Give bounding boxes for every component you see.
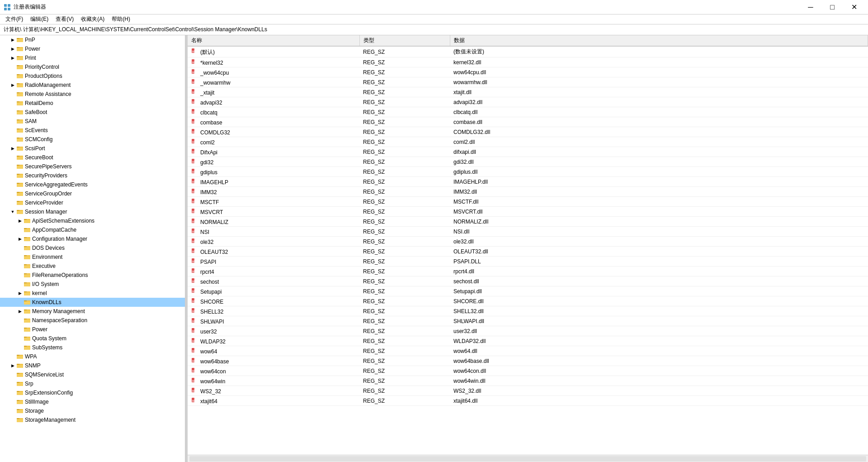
tree-item-executive[interactable]: Executive <box>0 262 185 271</box>
table-row[interactable]: abNORMALIZREG_SZNORMALIZ.dll <box>188 217 868 227</box>
tree-item-srp[interactable]: Srp <box>0 379 185 388</box>
tree-item-security-providers[interactable]: SecurityProviders <box>0 171 185 180</box>
tree-item-retail-demo[interactable]: RetailDemo <box>0 99 185 108</box>
table-row[interactable]: abSetupapiREG_SZSetupapi.dll <box>188 286 868 296</box>
table-row[interactable]: abIMAGEHLPREG_SZIMAGEHLP.dll <box>188 177 868 187</box>
table-row[interactable]: ab_wow64cpuREG_SZwow64cpu.dll <box>188 67 868 77</box>
tree-item-pnp[interactable]: PnP <box>0 35 185 44</box>
tree-item-service-group-order[interactable]: ServiceGroupOrder <box>0 189 185 198</box>
tree-panel[interactable]: PnP Power Print PriorityControl ProductO… <box>0 35 185 462</box>
expand-icon-kernel[interactable] <box>16 290 24 297</box>
tree-item-config-manager[interactable]: Configuration Manager <box>0 234 185 243</box>
table-row[interactable]: ab_wowarmhwREG_SZwowarmhw.dll <box>188 77 868 87</box>
table-row[interactable]: abIMM32REG_SZIMM32.dll <box>188 187 868 197</box>
tree-item-product-options[interactable]: ProductOptions <box>0 71 185 81</box>
tree-item-srp-extension-config[interactable]: SrpExtensionConfig <box>0 388 185 397</box>
expand-icon-power-top[interactable] <box>9 45 16 52</box>
expand-icon-memory-management[interactable] <box>16 308 24 315</box>
tree-item-power-top[interactable]: Power <box>0 44 185 53</box>
table-row[interactable]: abDifxApiREG_SZdifxapi.dll <box>188 147 868 157</box>
tree-item-environment[interactable]: Environment <box>0 252 185 262</box>
tree-item-snmp[interactable]: SNMP <box>0 361 185 370</box>
tree-item-quota-system[interactable]: Quota System <box>0 334 185 343</box>
table-row[interactable]: absechostREG_SZsechost.dll <box>188 276 868 286</box>
table-row[interactable]: abgdi32REG_SZgdi32.dll <box>188 157 868 167</box>
tree-item-memory-management[interactable]: Memory Management <box>0 307 185 316</box>
expand-icon-pnp[interactable] <box>9 36 16 43</box>
registry-table[interactable]: 名称 类型 数据 ab(默认)REG_SZ(数值未设置)ab*kernel32R… <box>188 35 868 455</box>
tree-item-sam[interactable]: SAM <box>0 117 185 126</box>
tree-item-secure-boot[interactable]: SecureBoot <box>0 153 185 162</box>
table-row[interactable]: abcombaseREG_SZcombase.dll <box>188 117 868 127</box>
expand-icon-scsi-port[interactable] <box>9 145 16 152</box>
menu-view[interactable]: 查看(V) <box>52 14 77 24</box>
table-row[interactable]: abxtajit64REG_SZxtajit64.dll <box>188 396 868 406</box>
table-row[interactable]: abSHCOREREG_SZSHCORE.dll <box>188 296 868 306</box>
tree-item-power-sm[interactable]: Power <box>0 325 185 334</box>
tree-item-still-image[interactable]: StillImage <box>0 397 185 406</box>
tree-item-storage[interactable]: Storage <box>0 406 185 415</box>
tree-item-priority-control[interactable]: PriorityControl <box>0 62 185 71</box>
tree-item-remote-assistance[interactable]: Remote Assistance <box>0 90 185 99</box>
close-button[interactable]: ✕ <box>844 0 864 14</box>
tree-item-service-aggregated-events[interactable]: ServiceAggregatedEvents <box>0 180 185 189</box>
table-row[interactable]: abwow64REG_SZwow64.dll <box>188 346 868 356</box>
menu-edit[interactable]: 编辑(E) <box>27 14 52 24</box>
table-row[interactable]: abMSVCRTREG_SZMSVCRT.dll <box>188 207 868 217</box>
tree-item-scm-config[interactable]: SCMConfig <box>0 135 185 144</box>
table-row[interactable]: abCOMDLG32REG_SZCOMDLG32.dll <box>188 127 868 137</box>
expand-icon-session-manager[interactable] <box>9 208 16 215</box>
table-row[interactable]: abMSCTFREG_SZMSCTF.dll <box>188 197 868 207</box>
table-row[interactable]: abgdiplusREG_SZgdiplus.dll <box>188 167 868 177</box>
expand-icon-snmp[interactable] <box>9 362 16 369</box>
table-row[interactable]: abWS2_32REG_SZWS2_32.dll <box>188 386 868 396</box>
table-row[interactable]: abwow64baseREG_SZwow64base.dll <box>188 356 868 366</box>
horizontal-scrollbar[interactable] <box>189 456 866 462</box>
tree-item-app-compat-cache[interactable]: AppCompatCache <box>0 225 185 234</box>
table-row[interactable]: abrpcrt4REG_SZrpcrt4.dll <box>188 267 868 276</box>
expand-icon-config-manager[interactable] <box>16 235 24 243</box>
tree-item-io-system[interactable]: I/O System <box>0 280 185 289</box>
table-row[interactable]: ab(默认)REG_SZ(数值未设置) <box>188 46 868 57</box>
expand-icon-radio-management[interactable] <box>9 81 16 89</box>
table-row[interactable]: ab*kernel32REG_SZkernel32.dll <box>188 57 868 67</box>
tree-item-service-provider[interactable]: ServiceProvider <box>0 198 185 207</box>
tree-item-known-dlls[interactable]: KnownDLLs <box>0 298 185 307</box>
tree-item-sub-systems[interactable]: SubSystems <box>0 343 185 352</box>
table-row[interactable]: abuser32REG_SZuser32.dll <box>188 326 868 336</box>
tree-item-sqm-service-list[interactable]: SQMServiceList <box>0 370 185 379</box>
menu-help[interactable]: 帮助(H) <box>108 14 134 24</box>
tree-item-sc-events[interactable]: ScEvents <box>0 126 185 135</box>
tree-item-secure-pipe-servers[interactable]: SecurePipeServers <box>0 162 185 171</box>
table-row[interactable]: abadvapi32REG_SZadvapi32.dll <box>188 97 868 107</box>
tree-item-kernel[interactable]: kernel <box>0 289 185 298</box>
table-row[interactable]: abwow64winREG_SZwow64win.dll <box>188 376 868 386</box>
tree-item-storage-management[interactable]: StorageManagement <box>0 415 185 424</box>
tree-item-session-manager[interactable]: Session Manager <box>0 207 185 216</box>
table-row[interactable]: abNSIREG_SZNSI.dll <box>188 227 868 237</box>
maximize-button[interactable]: □ <box>822 0 843 14</box>
table-row[interactable]: abPSAPIREG_SZPSAPI.DLL <box>188 257 868 267</box>
tree-item-wpa[interactable]: WPA <box>0 352 185 361</box>
table-row[interactable]: abSHLWAPIREG_SZSHLWAPI.dll <box>188 316 868 326</box>
table-row[interactable]: abOLEAUT32REG_SZOLEAUT32.dll <box>188 247 868 257</box>
minimize-button[interactable]: ─ <box>800 0 821 14</box>
tree-item-radio-management[interactable]: RadioManagement <box>0 81 185 90</box>
tree-item-api-set-schema[interactable]: ApiSetSchemaExtensions <box>0 216 185 225</box>
table-row[interactable]: abSHELL32REG_SZSHELL32.dll <box>188 306 868 316</box>
tree-item-dos-devices[interactable]: DOS Devices <box>0 243 185 252</box>
table-row[interactable]: ab_xtajitREG_SZxtajit.dll <box>188 87 868 97</box>
expand-icon-print[interactable] <box>9 54 16 62</box>
table-row[interactable]: abWLDAP32REG_SZWLDAP32.dll <box>188 336 868 346</box>
tree-item-namespace-sep[interactable]: NamespaceSeparation <box>0 316 185 325</box>
expand-icon-api-set-schema[interactable] <box>16 217 24 224</box>
menu-favorites[interactable]: 收藏夹(A) <box>77 14 108 24</box>
table-row[interactable]: abole32REG_SZole32.dll <box>188 237 868 247</box>
menu-file[interactable]: 文件(F) <box>2 14 27 24</box>
table-row[interactable]: abwow64conREG_SZwow64con.dll <box>188 366 868 376</box>
tree-item-print[interactable]: Print <box>0 53 185 62</box>
tree-item-scsi-port[interactable]: ScsiPort <box>0 144 185 153</box>
table-row[interactable]: abcoml2REG_SZcoml2.dll <box>188 137 868 147</box>
table-row[interactable]: abclbcatqREG_SZclbcatq.dll <box>188 107 868 117</box>
tree-item-file-rename-ops[interactable]: FileRenameOperations <box>0 271 185 280</box>
